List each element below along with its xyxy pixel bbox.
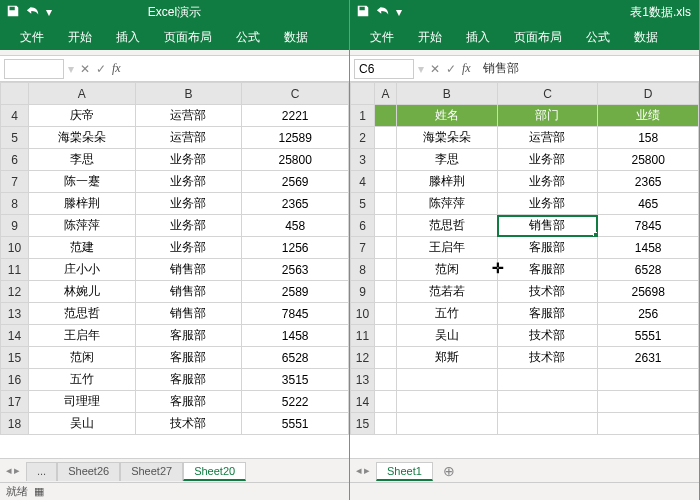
menu-home[interactable]: 开始 <box>56 29 104 46</box>
cell[interactable]: 158 <box>598 127 699 149</box>
cell[interactable]: 12589 <box>242 127 349 149</box>
cell[interactable]: 姓名 <box>397 105 498 127</box>
cell[interactable]: 2563 <box>242 259 349 281</box>
table-row[interactable]: 14王启年客服部1458 <box>1 325 349 347</box>
row-header[interactable]: 15 <box>351 413 375 435</box>
cell[interactable]: 技术部 <box>497 281 598 303</box>
fx-icon[interactable]: fx <box>112 61 129 76</box>
save-icon[interactable] <box>6 4 20 21</box>
save-icon[interactable] <box>356 4 370 21</box>
sheet-tab[interactable]: Sheet26 <box>57 462 120 481</box>
menu-file[interactable]: 文件 <box>8 29 56 46</box>
table-row[interactable]: 17司理理客服部5222 <box>1 391 349 413</box>
cell[interactable]: 五竹 <box>29 369 136 391</box>
row-header[interactable]: 7 <box>351 237 375 259</box>
cell[interactable] <box>598 413 699 435</box>
row-header[interactable]: 8 <box>351 259 375 281</box>
table-row[interactable]: 12林婉儿销售部2589 <box>1 281 349 303</box>
enter-icon[interactable]: ✓ <box>96 62 106 76</box>
row-header[interactable]: 15 <box>1 347 29 369</box>
table-row[interactable]: 9范若若技术部25698 <box>351 281 699 303</box>
select-all-corner[interactable] <box>351 83 375 105</box>
menu-formulas[interactable]: 公式 <box>574 29 622 46</box>
table-row[interactable]: 11庄小小销售部2563 <box>1 259 349 281</box>
cell[interactable]: 25800 <box>598 149 699 171</box>
table-row[interactable]: 6范思哲销售部7845 <box>351 215 699 237</box>
table-header-row[interactable]: 1 姓名 部门 业绩 <box>351 105 699 127</box>
formula-content[interactable]: 销售部 <box>479 60 699 77</box>
cell[interactable]: 256 <box>598 303 699 325</box>
cell[interactable]: 范建 <box>29 237 136 259</box>
cell[interactable]: 客服部 <box>497 237 598 259</box>
cell[interactable] <box>598 369 699 391</box>
col-header[interactable]: D <box>598 83 699 105</box>
row-header[interactable]: 9 <box>1 215 29 237</box>
cell[interactable]: 司理理 <box>29 391 136 413</box>
cell[interactable]: 业务部 <box>135 171 242 193</box>
table-row[interactable]: 15范闲客服部6528 <box>1 347 349 369</box>
cell[interactable]: 销售部 <box>135 259 242 281</box>
menu-data[interactable]: 数据 <box>272 29 320 46</box>
cell[interactable]: 运营部 <box>497 127 598 149</box>
cell[interactable]: 李思 <box>29 149 136 171</box>
cell[interactable]: 销售部 <box>135 281 242 303</box>
cell[interactable]: 运营部 <box>135 105 242 127</box>
cell[interactable]: 范闲 <box>29 347 136 369</box>
cell[interactable]: 业务部 <box>497 149 598 171</box>
cell[interactable]: 25800 <box>242 149 349 171</box>
cell[interactable]: 滕梓荆 <box>29 193 136 215</box>
cell[interactable]: 郑斯 <box>397 347 498 369</box>
cell[interactable] <box>375 369 397 391</box>
row-header[interactable]: 18 <box>1 413 29 435</box>
row-header[interactable]: 5 <box>351 193 375 215</box>
col-header[interactable]: C <box>242 83 349 105</box>
menu-insert[interactable]: 插入 <box>104 29 152 46</box>
cell[interactable]: 客服部 <box>135 347 242 369</box>
cell[interactable]: 5551 <box>242 413 349 435</box>
cell[interactable] <box>375 391 397 413</box>
row-header[interactable]: 6 <box>351 215 375 237</box>
sheet-tab[interactable]: Sheet20 <box>183 462 246 481</box>
cell[interactable]: 技术部 <box>497 347 598 369</box>
col-header[interactable]: B <box>135 83 242 105</box>
tab-nav-next-icon[interactable]: ▸ <box>364 464 370 477</box>
cell[interactable]: 部门 <box>497 105 598 127</box>
cell[interactable]: 客服部 <box>135 391 242 413</box>
table-row[interactable]: 5海棠朵朵运营部12589 <box>1 127 349 149</box>
cell[interactable]: 销售部 <box>497 215 598 237</box>
table-row[interactable]: 18吴山技术部5551 <box>1 413 349 435</box>
col-header[interactable]: B <box>397 83 498 105</box>
cell[interactable]: 技术部 <box>497 325 598 347</box>
cell[interactable] <box>598 391 699 413</box>
cell[interactable] <box>375 127 397 149</box>
cell[interactable] <box>375 215 397 237</box>
cell[interactable]: 吴山 <box>397 325 498 347</box>
cell[interactable]: 李思 <box>397 149 498 171</box>
menu-layout[interactable]: 页面布局 <box>152 29 224 46</box>
cell[interactable] <box>375 325 397 347</box>
cell[interactable]: 王启年 <box>397 237 498 259</box>
cell[interactable]: 7845 <box>242 303 349 325</box>
sheet-tab[interactable]: ... <box>26 462 57 481</box>
sheet-tab[interactable]: Sheet1 <box>376 462 433 481</box>
cell[interactable] <box>375 193 397 215</box>
table-row[interactable]: 2海棠朵朵运营部158 <box>351 127 699 149</box>
cell[interactable]: 王启年 <box>29 325 136 347</box>
cell[interactable]: 2589 <box>242 281 349 303</box>
row-header[interactable]: 11 <box>351 325 375 347</box>
row-header[interactable]: 16 <box>1 369 29 391</box>
undo-icon[interactable] <box>26 4 40 21</box>
tab-nav-prev-icon[interactable]: ◂ <box>356 464 362 477</box>
cell[interactable]: 技术部 <box>135 413 242 435</box>
cell[interactable] <box>375 105 397 127</box>
cell[interactable]: 5222 <box>242 391 349 413</box>
row-header[interactable]: 11 <box>1 259 29 281</box>
cell[interactable]: 滕梓荆 <box>397 171 498 193</box>
table-row[interactable]: 7陈一蹇业务部2569 <box>1 171 349 193</box>
cell[interactable]: 5551 <box>598 325 699 347</box>
cell[interactable]: 25698 <box>598 281 699 303</box>
new-sheet-icon[interactable]: ⊕ <box>433 463 465 479</box>
cancel-icon[interactable]: ✕ <box>80 62 90 76</box>
cell[interactable]: 业务部 <box>135 215 242 237</box>
enter-icon[interactable]: ✓ <box>446 62 456 76</box>
